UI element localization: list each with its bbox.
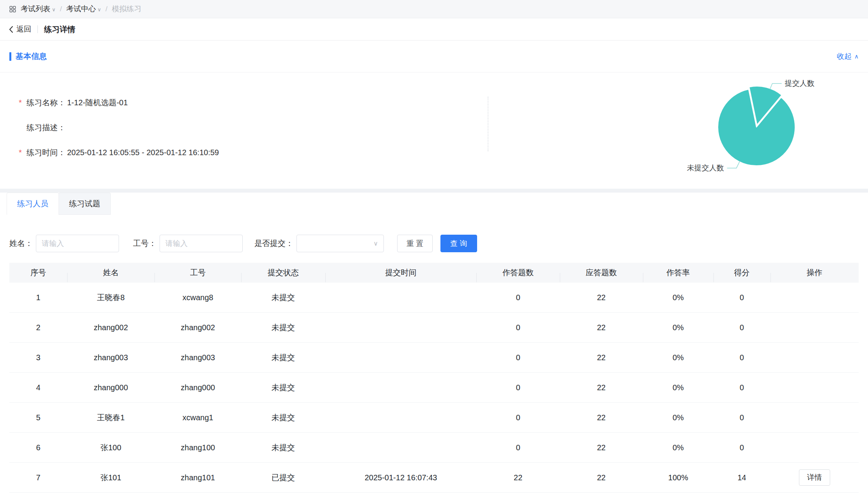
collapse-button[interactable]: 收起 ∧	[837, 51, 859, 62]
dotted-divider	[488, 97, 488, 151]
cell: zhang101	[154, 473, 241, 482]
cell: 王晓春8	[67, 292, 154, 303]
cell: 0	[714, 413, 770, 422]
column-header: 作答题数	[476, 267, 559, 278]
breadcrumb: 考试列表 ∨ / 考试中心 ∨ / 模拟练习	[0, 0, 868, 18]
cell: 22	[560, 443, 643, 452]
chevron-down-icon: ∨	[98, 7, 101, 12]
field-value: 1-12-随机选题-01	[67, 97, 128, 108]
breadcrumb-label: 考试列表	[21, 4, 50, 14]
table-row: 5王晓春1xcwang1未提交0220%0	[9, 403, 859, 433]
column-header: 作答率	[643, 267, 714, 278]
breadcrumb-label: 模拟练习	[112, 4, 142, 14]
required-mark: *	[19, 148, 27, 157]
search-button[interactable]: 查 询	[440, 235, 477, 252]
cell: 0	[476, 353, 559, 362]
cell: 0%	[643, 293, 714, 302]
cell: 未提交	[241, 442, 325, 453]
cell: 14	[714, 473, 770, 482]
apps-grid-icon	[9, 6, 16, 12]
breadcrumb-item-exam-center[interactable]: 考试中心 ∨	[66, 4, 101, 14]
basic-info-card: 基本信息 收起 ∧ * 练习名称： 1-12-随机选题-01 * 练习描述： *…	[0, 41, 868, 189]
cell: zhang002	[67, 323, 154, 332]
collapse-label: 收起	[837, 51, 852, 62]
tabs: 练习人员 练习试题	[0, 193, 868, 215]
field-value: 2025-01-12 16:05:55 - 2025-01-12 16:10:5…	[67, 148, 219, 157]
pie-label-unsubmitted: 未提交人数	[687, 164, 724, 172]
column-header: 提交状态	[241, 267, 325, 278]
cell: 未提交	[241, 412, 325, 423]
cell: 0	[714, 383, 770, 392]
chevron-up-icon: ∧	[854, 53, 859, 60]
basic-info-header: 基本信息 收起 ∧	[0, 41, 868, 73]
cell: zhang003	[67, 353, 154, 362]
cell: 未提交	[241, 352, 325, 363]
cell: 0%	[643, 323, 714, 332]
cell-action: 详情	[770, 469, 859, 486]
cell: 0%	[643, 413, 714, 422]
page-title: 练习详情	[44, 24, 75, 35]
breadcrumb-separator: /	[60, 5, 62, 13]
back-label: 返回	[16, 24, 31, 34]
cell: 22	[560, 323, 643, 332]
pie-leader-line	[770, 83, 782, 89]
tab-exercise-personnel[interactable]: 练习人员	[7, 193, 59, 215]
page: 考试列表 ∨ / 考试中心 ∨ / 模拟练习 返回 练习详情 基本信息	[0, 0, 868, 499]
cell: 王晓春1	[67, 412, 154, 423]
cell: 2	[9, 323, 67, 332]
cell: 22	[476, 473, 559, 482]
cell: 0%	[643, 443, 714, 452]
divider	[37, 25, 38, 33]
cell: zhang002	[154, 323, 241, 332]
section-title-text: 基本信息	[16, 51, 47, 62]
field-label: 练习描述：	[27, 122, 66, 133]
cell: 22	[560, 413, 643, 422]
cell: 22	[560, 473, 643, 482]
cell: 未提交	[241, 322, 325, 333]
breadcrumb-item-exam-list[interactable]: 考试列表 ∨	[21, 4, 56, 14]
cell: 5	[9, 413, 67, 422]
reset-button[interactable]: 重 置	[397, 235, 433, 252]
back-button[interactable]: 返回	[9, 24, 31, 34]
name-input[interactable]	[36, 235, 119, 252]
cell: 2025-01-12 16:07:43	[325, 473, 477, 482]
cell: 7	[9, 473, 67, 482]
breadcrumb-label: 考试中心	[66, 4, 96, 14]
cell: 0	[714, 323, 770, 332]
section-title-bar	[9, 52, 11, 61]
back-bar: 返回 练习详情	[0, 18, 868, 41]
table-body: 1王晓春8xcwang8未提交0220%02zhang002zhang002未提…	[9, 283, 859, 493]
chevron-down-icon: ∨	[373, 240, 378, 247]
detail-button[interactable]: 详情	[799, 469, 830, 486]
section-title: 基本信息	[9, 51, 47, 62]
name-filter-label: 姓名：	[9, 238, 33, 249]
cell: 22	[560, 383, 643, 392]
cell: zhang000	[154, 383, 241, 392]
cell: zhang000	[67, 383, 154, 392]
cell: 未提交	[241, 382, 325, 393]
tab-exercise-questions[interactable]: 练习试题	[59, 193, 111, 215]
column-header: 得分	[714, 267, 770, 278]
table-row: 1王晓春8xcwang8未提交0220%0	[9, 283, 859, 313]
table-row: 2zhang002zhang002未提交0220%0	[9, 313, 859, 343]
pie-label-submitted: 提交人数	[785, 79, 815, 87]
cell: 0	[476, 293, 559, 302]
cell: 0	[714, 443, 770, 452]
cell: 0	[476, 323, 559, 332]
personnel-panel: 姓名： 工号： 是否提交： ∨ 重 置 查 询 序号姓名工号提交状态提交时间作答…	[0, 215, 868, 499]
submission-pie-chart: 提交人数 未提交人数	[628, 73, 846, 189]
cell: 1	[9, 293, 67, 302]
field-label: 练习名称：	[27, 97, 66, 108]
cell: xcwang1	[154, 413, 241, 422]
cell: 0	[714, 353, 770, 362]
basic-info-body: * 练习名称： 1-12-随机选题-01 * 练习描述： * 练习时间： 202…	[0, 73, 868, 189]
cell: 6	[9, 443, 67, 452]
employee-id-input[interactable]	[160, 235, 243, 252]
submit-status-select[interactable]: ∨	[296, 235, 384, 252]
column-header: 应答题数	[560, 267, 643, 278]
cell: 4	[9, 383, 67, 392]
required-mark: *	[19, 98, 27, 107]
breadcrumb-separator: /	[105, 5, 107, 13]
cell: 已提交	[241, 472, 325, 483]
column-header: 提交时间	[325, 267, 477, 278]
